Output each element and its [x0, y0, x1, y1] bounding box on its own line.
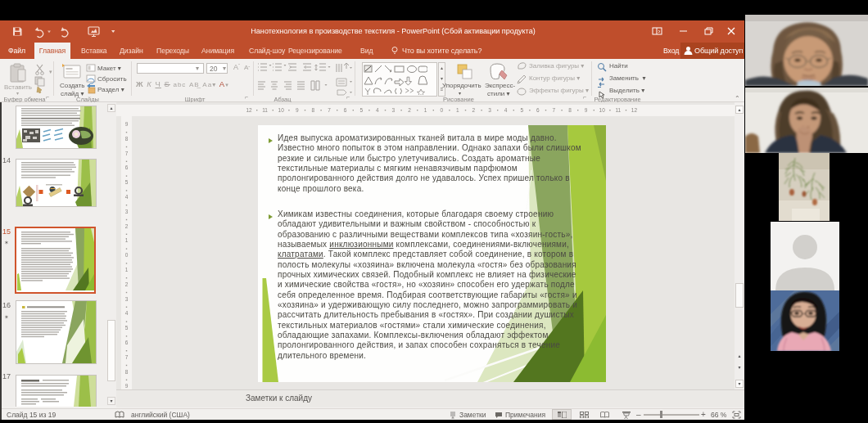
svg-text:5: 5 — [125, 179, 129, 185]
svg-text:1: 1 — [125, 237, 129, 243]
svg-text:3: 3 — [392, 107, 396, 113]
svg-text:3: 3 — [125, 296, 129, 302]
svg-text:4: 4 — [125, 194, 129, 200]
svg-text:4: 4 — [504, 107, 508, 113]
svg-text:6: 6 — [125, 340, 129, 345]
svg-text:2: 2 — [125, 223, 129, 229]
svg-text:2: 2 — [472, 107, 476, 113]
svg-text:7: 7 — [328, 107, 331, 113]
svg-text:1: 1 — [125, 267, 129, 272]
svg-text:11: 11 — [615, 107, 621, 113]
svg-text:5: 5 — [520, 107, 523, 113]
svg-text:1: 1 — [456, 107, 459, 113]
svg-text:8: 8 — [125, 136, 129, 142]
svg-text:5: 5 — [359, 107, 363, 113]
svg-text:4: 4 — [125, 310, 129, 316]
svg-text:4: 4 — [376, 107, 379, 113]
svg-text:9: 9 — [585, 107, 588, 113]
svg-text:0: 0 — [125, 252, 129, 258]
svg-text:10: 10 — [278, 107, 285, 113]
svg-text:11: 11 — [262, 107, 268, 113]
svg-text:8: 8 — [125, 369, 129, 375]
svg-text:12: 12 — [246, 107, 252, 113]
svg-text:7: 7 — [125, 151, 129, 156]
svg-text:6: 6 — [344, 107, 347, 113]
svg-text:9: 9 — [296, 107, 299, 113]
svg-text:10: 10 — [599, 107, 606, 113]
svg-text:7: 7 — [553, 107, 556, 113]
svg-text:2: 2 — [408, 107, 411, 113]
svg-text:6: 6 — [125, 164, 129, 170]
svg-text:1: 1 — [424, 107, 427, 113]
svg-text:6: 6 — [536, 107, 540, 113]
svg-text:2: 2 — [125, 281, 129, 287]
svg-text:9: 9 — [125, 383, 129, 389]
svg-text:8: 8 — [312, 107, 315, 113]
svg-text:5: 5 — [125, 325, 129, 331]
svg-text:7: 7 — [125, 354, 129, 360]
svg-text:3: 3 — [488, 107, 491, 113]
svg-text:8: 8 — [568, 107, 572, 113]
svg-text:3: 3 — [125, 209, 129, 214]
svg-text:0: 0 — [440, 107, 443, 113]
svg-text:9: 9 — [125, 121, 129, 127]
svg-text:12: 12 — [631, 107, 638, 113]
